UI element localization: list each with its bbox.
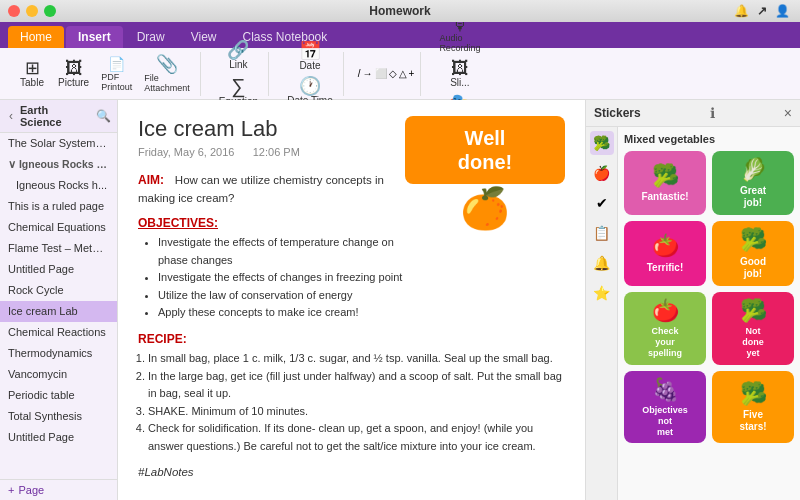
sticker-terrific-label: Terrific!: [647, 262, 684, 274]
picture-icon: 🖼: [65, 59, 83, 77]
stickers-panel: Stickers ℹ × 🥦 🍎 ✔ 📋 🔔 ⭐ Mixed vegetable…: [585, 100, 800, 500]
link-button[interactable]: 🔗 Link: [220, 39, 256, 72]
well-done-bubble: Welldone!: [405, 116, 565, 184]
sidebar-item-chemical-equations[interactable]: Chemical Equations: [0, 217, 117, 238]
sidebar-item-ruled-page[interactable]: This is a ruled page: [0, 196, 117, 217]
sticker-grid: 🥦 Fantastic! 🥬 Greatjob! 🍅 Terrific! 🥦 G…: [624, 151, 794, 443]
sticker-tab-bell[interactable]: 🔔: [590, 251, 614, 275]
objectives-list: Investigate the effects of temperature c…: [138, 234, 565, 322]
sticker-check-spelling-char: 🍅: [652, 298, 679, 324]
datetime-icon: 🕐: [299, 77, 321, 95]
sticker-objectives-not-met[interactable]: 🍇 Objectivesnotmet: [624, 371, 706, 444]
add-page-label: Page: [18, 484, 44, 496]
ribbon-content: ⊞ Table 🖼 Picture 📄 PDFPrintout 📎 FileAt…: [0, 48, 800, 100]
sticker-check-spelling[interactable]: 🍅 Checkyourspelling: [624, 292, 706, 365]
tab-insert[interactable]: Insert: [66, 26, 123, 48]
tab-home[interactable]: Home: [8, 26, 64, 48]
shape-line[interactable]: /: [358, 68, 361, 79]
objective-3: Utilize the law of conservation of energ…: [158, 287, 565, 305]
window-title: Homework: [369, 4, 430, 18]
sticker-fantastic[interactable]: 🥦 Fantastic!: [624, 151, 706, 215]
minimize-button[interactable]: [26, 5, 38, 17]
sidebar-item-solar-system[interactable]: The Solar System N...: [0, 133, 117, 154]
sidebar-item-untitled-1[interactable]: Untitled Page: [0, 259, 117, 280]
sidebar-item-untitled-2[interactable]: Untitled Page: [0, 427, 117, 448]
slide-button[interactable]: 🖼 Sli...: [442, 57, 478, 90]
sticker-great-job-label: Greatjob!: [740, 185, 766, 209]
shape-diamond[interactable]: ◇: [389, 68, 397, 79]
sticker-objectives-char: 🍇: [652, 377, 679, 403]
sidebar-back-button[interactable]: ‹: [6, 108, 16, 124]
sticker-good-job-char: 🥦: [740, 227, 767, 253]
sticker-not-done-label: Notdoneyet: [742, 326, 764, 358]
table-icon: ⊞: [25, 59, 40, 77]
sticker-fantastic-char: 🥦: [652, 163, 679, 189]
recipe-step-4: Check for solidification. If its done- c…: [148, 420, 565, 455]
sticker-tab-star[interactable]: ⭐: [590, 281, 614, 305]
date-label: Date: [299, 60, 320, 71]
sticker-great-job[interactable]: 🥬 Greatjob!: [712, 151, 794, 215]
table-button[interactable]: ⊞ Table: [14, 57, 50, 90]
pdf-label: PDFPrintout: [101, 72, 132, 92]
stickers-header: Stickers ℹ ×: [586, 100, 800, 127]
content-area: Welldone! 🍊 Ice cream Lab Friday, May 6,…: [118, 100, 585, 500]
date-button[interactable]: 📅 Date: [292, 40, 328, 73]
add-page-button[interactable]: + Page: [0, 479, 117, 500]
file-label: FileAttachment: [144, 73, 190, 93]
sticker-tab-clipboard[interactable]: 📋: [590, 221, 614, 245]
ribbon-group-link: 🔗 Link ∑ Equation: [209, 52, 269, 96]
sticker-terrific-char: 🍅: [652, 233, 679, 259]
sidebar-item-rock-cycle[interactable]: Rock Cycle: [0, 280, 117, 301]
shape-arrow[interactable]: →: [363, 68, 373, 79]
stickers-info-button[interactable]: ℹ: [710, 105, 715, 121]
sticker-sidebar: 🥦 🍎 ✔ 📋 🔔 ⭐: [586, 127, 618, 500]
title-bar-icons: 🔔 ↗ 👤: [734, 4, 790, 18]
slide-icon: 🖼: [451, 59, 469, 77]
file-icon: 📎: [156, 55, 178, 73]
sticker-tab-apple[interactable]: 🍎: [590, 161, 614, 185]
sidebar-item-igneous-rocks-notes[interactable]: ∨ Igneous Rocks Notes: [0, 154, 117, 175]
sidebar-item-ice-cream-lab[interactable]: Ice cream Lab: [0, 301, 117, 322]
shape-rect[interactable]: ⬜: [375, 68, 387, 79]
ribbon: Home Insert Draw View Class Notebook ⊞ T…: [0, 22, 800, 100]
sidebar-item-chemical-reactions[interactable]: Chemical Reactions: [0, 322, 117, 343]
link-label: Link: [229, 59, 247, 70]
window-controls[interactable]: [8, 5, 56, 17]
sticker-five-stars[interactable]: 🥦 Fivestars!: [712, 371, 794, 444]
sidebar-item-thermodynamics[interactable]: Thermodynamics: [0, 343, 117, 364]
picture-label: Picture: [58, 77, 89, 88]
shape-triangle[interactable]: △: [399, 68, 407, 79]
objective-4: Apply these concepts to make ice cream!: [158, 304, 565, 322]
close-button[interactable]: [8, 5, 20, 17]
file-attachment-button[interactable]: 📎 FileAttachment: [140, 53, 194, 95]
recipe-step-3: SHAKE. Minimum of 10 minutes.: [148, 403, 565, 421]
sidebar-item-total-synthesis[interactable]: Total Synthesis: [0, 406, 117, 427]
tab-draw[interactable]: Draw: [125, 26, 177, 48]
ribbon-group-insert: ⊞ Table 🖼 Picture 📄 PDFPrintout 📎 FileAt…: [8, 52, 201, 96]
sticker-terrific[interactable]: 🍅 Terrific!: [624, 221, 706, 285]
sticker-good-job[interactable]: 🥦 Goodjob!: [712, 221, 794, 285]
sidebar-search-button[interactable]: 🔍: [96, 109, 111, 123]
sticker-tab-check[interactable]: ✔: [590, 191, 614, 215]
picture-button[interactable]: 🖼 Picture: [54, 57, 93, 90]
sticker-not-done[interactable]: 🥦 Notdoneyet: [712, 292, 794, 365]
sidebar-item-vancomycin[interactable]: Vancomycin: [0, 364, 117, 385]
sticker-tab-vegetables[interactable]: 🥦: [590, 131, 614, 155]
stickers-body: 🥦 🍎 ✔ 📋 🔔 ⭐ Mixed vegetables 🥦 Fantastic…: [586, 127, 800, 500]
well-done-card: Welldone! 🍊: [405, 116, 565, 228]
objective-1: Investigate the effects of temperature c…: [158, 234, 565, 269]
maximize-button[interactable]: [44, 5, 56, 17]
main-layout: ‹ Earth Science 🔍 The Solar System N... …: [0, 100, 800, 500]
slide-label: Sli...: [450, 77, 469, 88]
sticker-not-done-char: 🥦: [740, 298, 767, 324]
pdf-button[interactable]: 📄 PDFPrintout: [97, 54, 136, 94]
shape-plus[interactable]: +: [409, 68, 415, 79]
sidebar-item-igneous-rocks-h[interactable]: Igneous Rocks h...: [0, 175, 117, 196]
ribbon-tabs: Home Insert Draw View Class Notebook: [0, 22, 800, 48]
sticker-content: Mixed vegetables 🥦 Fantastic! 🥬 Greatjob…: [618, 127, 800, 500]
sidebar-item-flame-test[interactable]: Flame Test – Metal l...: [0, 238, 117, 259]
stickers-close-button[interactable]: ×: [784, 105, 792, 121]
sidebar-item-periodic-table[interactable]: Periodic table: [0, 385, 117, 406]
ribbon-group-shapes: / → ⬜ ◇ △ +: [352, 52, 422, 96]
sticker-great-job-char: 🥬: [740, 157, 767, 183]
